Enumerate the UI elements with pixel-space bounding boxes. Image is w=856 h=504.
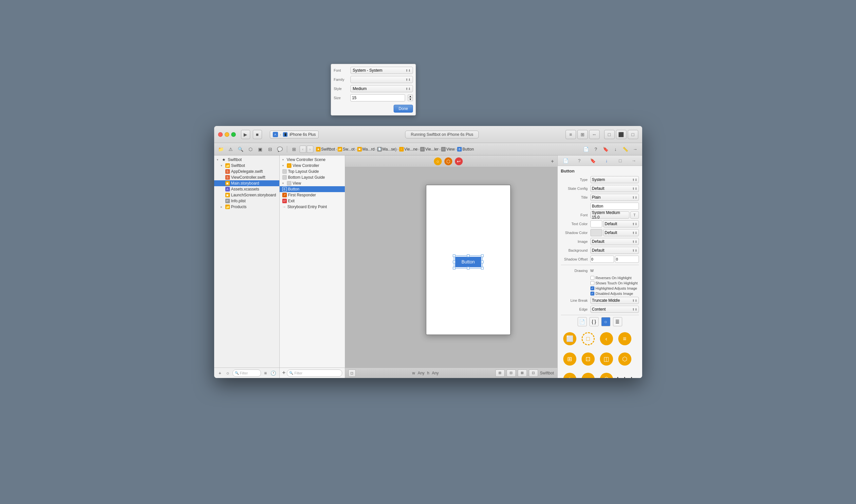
breakpoint-btn[interactable]: ⬡ (246, 145, 255, 154)
scene-filter[interactable]: 🔍 Filter (287, 370, 342, 377)
debug-btn[interactable]: ▣ (256, 145, 265, 154)
sidebar-item-appdelegate[interactable]: S AppDelegate.swift (214, 168, 279, 175)
sidebar-item-swiftbot-root[interactable]: ★ Swiftbot (214, 157, 279, 163)
background-select[interactable]: Default ⬆⬇ (590, 247, 639, 254)
attributes-btn[interactable]: ↓ (611, 145, 620, 154)
scheme-selector[interactable]: A › 📱 iPhone 6s Plus (270, 130, 319, 139)
back-arrow[interactable]: ‹ (300, 146, 306, 153)
scene-item-view[interactable]: □ View (280, 180, 345, 186)
disc-vc-scene[interactable] (282, 158, 285, 161)
sidebar-item-swiftbot-folder[interactable]: 📁 Swiftbot (214, 163, 279, 168)
add-file-btn[interactable]: + (217, 370, 223, 376)
sidebar-item-products[interactable]: 📁 Products (214, 204, 279, 210)
lib-small-item-3[interactable]: ‹ (598, 329, 615, 348)
title-select[interactable]: Plain ⬆⬇ (590, 194, 639, 201)
handle-bl[interactable] (453, 267, 455, 269)
tab-quickhelp[interactable]: ? (575, 157, 584, 165)
iphone-frame[interactable]: Button (426, 184, 511, 335)
lib-small-item-12[interactable]: Label (616, 370, 634, 378)
lib-small-item-10[interactable]: ⏭ (579, 370, 597, 378)
shows-touch-checkbox[interactable] (590, 281, 594, 285)
add-btn[interactable]: ⊞ (290, 145, 298, 154)
disclosure-swiftbot[interactable] (217, 158, 220, 161)
shadow-offset-w[interactable] (590, 256, 614, 263)
state-config-select[interactable]: Default ⬆⬇ (590, 185, 639, 192)
run-button[interactable]: ▶ (241, 130, 250, 139)
tab-file[interactable]: 📄 (561, 157, 570, 165)
layout-btn-3[interactable]: ⊠ (518, 370, 527, 377)
disc-vc[interactable] (282, 164, 285, 167)
sidebar-item-assets[interactable]: A Assets.xcassets (214, 186, 279, 192)
handle-tr[interactable] (481, 254, 484, 257)
scene-item-top-layout[interactable]: □ Top Layout Guide (280, 168, 345, 175)
highlighted-adjusts-checkbox[interactable] (590, 286, 594, 290)
handle-br[interactable] (481, 267, 484, 269)
handle-tm[interactable] (467, 254, 469, 257)
canvas-add-constraint-btn[interactable]: + (551, 158, 554, 164)
layout-btn-1[interactable]: ⊞ (495, 370, 505, 377)
layout-icon-1[interactable]: 📄 (578, 317, 587, 326)
lib-small-item-2[interactable]: □ (579, 329, 597, 348)
scene-item-button[interactable]: B Button (280, 186, 345, 192)
shadow-offset-h[interactable] (615, 256, 639, 263)
sidebar-filter[interactable]: 🔍 Filter (232, 370, 261, 377)
canvas-icon-vc[interactable]: ○ (434, 158, 442, 165)
sidebar-item-main-storyboard[interactable]: ▣ Main.storyboard (214, 180, 279, 186)
lib-small-item-8[interactable]: ⬡ (616, 349, 634, 369)
scene-item-first-responder[interactable]: ↗ First Responder (280, 192, 345, 198)
layout-btn-4[interactable]: ⊡ (529, 370, 538, 377)
maximize-button[interactable] (231, 132, 236, 137)
recent-files-btn[interactable]: 🕐 (270, 370, 277, 376)
editor-version-btn[interactable]: ↔ (589, 130, 599, 139)
stop-button[interactable]: ■ (253, 130, 262, 139)
sidebar-item-infoplist[interactable]: P Info.plist (214, 198, 279, 204)
handle-bm[interactable] (467, 267, 469, 269)
tab-size[interactable]: □ (616, 157, 625, 165)
utilities-toggle-btn[interactable]: □ (628, 130, 638, 139)
tab-identity[interactable]: 🔖 (589, 157, 598, 165)
scene-item-bottom-layout[interactable]: □ Bottom Layout Guide (280, 175, 345, 180)
title-text-input[interactable]: Button (590, 202, 639, 210)
breadcrumb-swiftbot[interactable]: ★ Swiftbot (316, 147, 335, 151)
lib-small-item-7[interactable]: ◫ (598, 349, 615, 369)
handle-ml[interactable] (453, 260, 455, 263)
layout-icon-2[interactable]: { } (590, 317, 599, 326)
text-color-swatch[interactable] (590, 220, 602, 228)
navigator-btn[interactable]: 📁 (217, 145, 225, 154)
canvas-content[interactable]: Button (345, 167, 557, 367)
shadow-color-swatch[interactable] (590, 229, 602, 236)
connections-btn[interactable]: → (631, 145, 640, 154)
disclosure-products[interactable] (221, 205, 224, 209)
image-select[interactable]: Default ⬆⬇ (590, 238, 639, 245)
close-button[interactable] (218, 132, 223, 137)
tab-connections[interactable]: → (629, 157, 639, 165)
breadcrumb-view[interactable]: □ Vie...ler (420, 147, 438, 151)
breadcrumb-button[interactable]: B Button (457, 147, 474, 151)
shadow-color-select[interactable]: Default ⬆⬇ (603, 229, 639, 236)
canvas-icon-cube[interactable]: ⬡ (444, 158, 452, 165)
scene-item-vc-scene[interactable]: View Controller Scene (280, 157, 345, 163)
disabled-adjusts-checkbox[interactable] (590, 292, 594, 295)
lib-small-item-1[interactable]: ⬜ (561, 329, 579, 348)
scene-item-exit[interactable]: ↩ Exit (280, 198, 345, 204)
warning-btn[interactable]: ⚠ (227, 145, 235, 154)
size-inspector-btn[interactable]: 📏 (621, 145, 630, 154)
lib-small-item-4[interactable]: ≡ (616, 329, 634, 348)
debug-toggle-btn[interactable]: ⬛ (616, 130, 626, 139)
type-select[interactable]: System ⬆⬇ (590, 176, 639, 183)
line-break-select[interactable]: Truncate Middle ⬆⬇ (590, 297, 639, 304)
edge-select[interactable]: Content ⬆⬇ (590, 306, 639, 313)
minimize-button[interactable] (225, 132, 229, 137)
sidebar-item-viewcontroller-swift[interactable]: S ViewController.swift (214, 175, 279, 180)
lib-small-item-9[interactable]: ☺ (561, 370, 579, 378)
scene-item-entry-point[interactable]: → Storyboard Entry Point (280, 204, 345, 210)
lib-small-item-11[interactable]: ⬡ (598, 370, 615, 378)
file-inspector-btn[interactable]: 📄 (582, 145, 590, 154)
quick-help-btn[interactable]: ? (592, 145, 600, 154)
search-btn[interactable]: 🔍 (237, 145, 245, 154)
button-selection[interactable]: Button (455, 256, 481, 267)
disclosure-folder[interactable] (221, 164, 224, 167)
editor-standard-btn[interactable]: ≡ (565, 130, 576, 139)
breadcrumb-storyboard[interactable]: ▣ Ma...rd (357, 147, 374, 151)
breadcrumb-folder[interactable]: 📁 Sw...ot (338, 147, 355, 151)
